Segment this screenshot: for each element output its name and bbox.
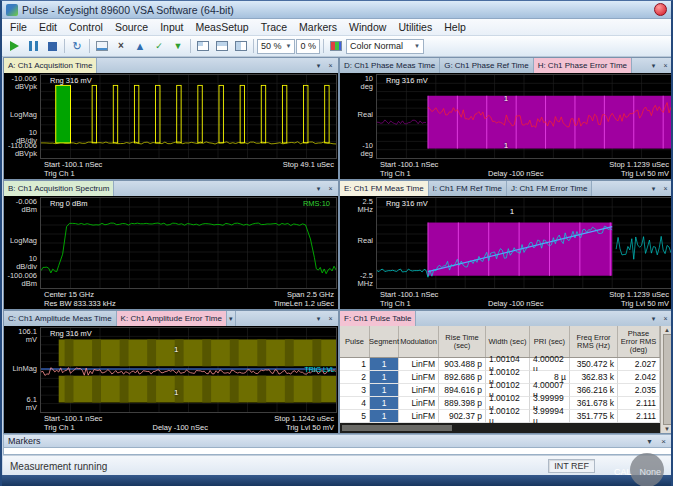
col-header-pulse: Pulse <box>340 326 370 357</box>
panel-menu-icon[interactable]: ▾ <box>648 60 659 71</box>
tab-e-fm-meas[interactable]: E: Ch1 FM Meas Time <box>340 181 429 196</box>
zoom-value: 50 % <box>261 41 282 51</box>
scroll-down-icon[interactable]: ▼ <box>664 426 670 432</box>
marker-1[interactable]: 1 <box>504 141 508 150</box>
graticule <box>376 74 672 159</box>
menu-control[interactable]: Control <box>63 20 109 34</box>
panel-menu-icon[interactable]: ▾ <box>313 183 324 194</box>
marker-1[interactable]: 1 <box>174 345 178 354</box>
marker-icon: ▲ <box>135 41 146 52</box>
menubar: File Edit Control Source Input MeasSetup… <box>2 19 671 36</box>
color-mode-value: Color Normal <box>350 41 403 51</box>
panel-menu-icon[interactable]: ▾ <box>313 313 324 324</box>
menu-file[interactable]: File <box>4 20 33 34</box>
window-frame-bottom <box>2 475 671 486</box>
trig-level-label: TRIG LVL <box>304 366 335 373</box>
display-area: A: Ch1 Acquisition Time ▾ × -10.006dBVpk… <box>3 57 673 434</box>
panel-pulse-table: F: Ch1 Pulse Table ▾ × Pulse Segment Mod… <box>339 310 673 434</box>
panel-close-icon[interactable]: × <box>325 183 336 194</box>
delete-trace-button[interactable]: × <box>112 38 130 55</box>
marker-tool-button[interactable]: ▲ <box>131 38 149 55</box>
toolbar-separator <box>323 39 324 53</box>
cal-status-value: None <box>639 467 661 477</box>
vertical-scrollbar[interactable]: ▲ ▼ <box>660 326 673 433</box>
layout-split-icon <box>235 41 247 51</box>
layout-stack-button[interactable] <box>213 38 231 55</box>
pause-button[interactable] <box>24 38 42 55</box>
tab-j-fm-error[interactable]: J: Ch1 FM Error Time <box>507 181 592 196</box>
panel-close-icon[interactable]: × <box>660 313 671 324</box>
col-header-rise-time: Rise Time (sec) <box>439 326 486 357</box>
tab-c-amplitude-meas[interactable]: C: Ch1 Amplitude Meas Time <box>4 311 117 326</box>
tab-d-phase-meas[interactable]: D: Ch1 Phase Meas Time <box>340 58 440 73</box>
tab-k-amplitude-error[interactable]: K: Ch1 Amplitude Error Time <box>117 311 227 326</box>
panel-phase-time: D: Ch1 Phase Meas Time G: Ch1 Phase Ref … <box>339 57 673 180</box>
layout-quad-button[interactable] <box>194 38 212 55</box>
tab-f-pulse-table[interactable]: F: Ch1 Pulse Table <box>340 311 416 326</box>
display-button[interactable] <box>93 38 111 55</box>
panel-menu-icon[interactable]: ▾ <box>313 60 324 71</box>
zoom-select[interactable]: 50 %▼ <box>257 39 295 54</box>
marker-1[interactable]: 1 <box>504 94 508 103</box>
tab-i-fm-ref[interactable]: I: Ch1 FM Ref Time <box>429 181 507 196</box>
menu-help[interactable]: Help <box>438 20 472 34</box>
overlap-input[interactable]: 0 % <box>296 39 320 54</box>
play-button[interactable] <box>5 38 23 55</box>
restart-button[interactable]: ↻ <box>68 38 86 55</box>
panel-menu-icon[interactable]: ▾ <box>648 183 659 194</box>
menu-window[interactable]: Window <box>343 20 392 34</box>
close-button[interactable] <box>654 3 667 16</box>
panel-close-icon[interactable]: × <box>660 183 671 194</box>
markers-pin-icon[interactable]: ▾ <box>644 437 655 446</box>
menu-edit[interactable]: Edit <box>33 20 63 34</box>
chevron-down-icon: ▼ <box>414 43 420 49</box>
tab-g-phase-ref[interactable]: G: Ch1 Phase Ref Time <box>440 58 533 73</box>
graticule <box>40 74 337 159</box>
panel-b-header: B: Ch1 Acquisition Spectrum ▾ × <box>4 181 338 196</box>
toolbar: ↻ × ▲ ✓ ▼ 50 %▼ 0 % Color Normal▼ <box>2 36 671 57</box>
panel-acquisition-time: A: Ch1 Acquisition Time ▾ × -10.006dBVpk… <box>3 57 339 180</box>
x-axis-labels: Start -100.1 nSecStop 49.1 uSec Trig Ch … <box>42 160 336 179</box>
tab-b-acquisition-spectrum[interactable]: B: Ch1 Acquisition Spectrum <box>4 181 114 196</box>
menu-input[interactable]: Input <box>154 20 189 34</box>
pulse-train-trace <box>41 75 336 158</box>
toolbar-separator <box>190 39 191 53</box>
markers-close-icon[interactable]: × <box>658 437 669 446</box>
tab-a-acquisition-time[interactable]: A: Ch1 Acquisition Time <box>4 58 97 73</box>
panel-close-icon[interactable]: × <box>325 313 336 324</box>
phase-error-trace <box>377 75 671 158</box>
layout-stack-icon <box>216 41 228 51</box>
range-label: Rng 316 mV <box>50 76 92 85</box>
menu-meassetup[interactable]: MeasSetup <box>190 20 255 34</box>
layout-quad-icon <box>197 41 209 51</box>
move-down-button[interactable]: ▼ <box>169 38 187 55</box>
toolbar-separator <box>89 39 90 53</box>
marker-1[interactable]: 1 <box>174 388 178 397</box>
menu-utilities[interactable]: Utilities <box>392 20 438 34</box>
table-row[interactable]: 51 LinFM902.37 p 1.00102 µ3.99994 µ 351.… <box>340 410 660 423</box>
titlebar: Pulse - Keysight 89600 VSA Software (64-… <box>2 1 671 19</box>
panel-close-icon[interactable]: × <box>325 60 336 71</box>
marker-1[interactable]: 1 <box>510 207 514 216</box>
color-mode-select[interactable]: Color Normal▼ <box>346 39 424 54</box>
range-label: Rng 0 dBm <box>50 199 88 208</box>
color-swatch-button[interactable] <box>327 38 345 55</box>
scroll-up-icon[interactable]: ▲ <box>664 327 670 333</box>
menu-trace[interactable]: Trace <box>255 20 293 34</box>
col-header-pri: PRI (sec) <box>530 326 570 357</box>
check-icon: ✓ <box>155 42 163 51</box>
reference-indicator: INT REF <box>548 459 595 473</box>
scrollbar-thumb[interactable] <box>342 425 452 431</box>
col-header-width: Width (sec) <box>486 326 530 357</box>
stop-button[interactable] <box>43 38 61 55</box>
apply-button[interactable]: ✓ <box>150 38 168 55</box>
menu-markers[interactable]: Markers <box>293 20 343 34</box>
horizontal-scrollbar[interactable] <box>340 423 660 433</box>
menu-source[interactable]: Source <box>109 20 154 34</box>
tab-h-phase-error[interactable]: H: Ch1 Phase Error Time <box>534 58 632 73</box>
panel-menu-icon[interactable]: ▾ <box>648 313 659 324</box>
panel-close-icon[interactable]: × <box>660 60 671 71</box>
scrollbar-thumb[interactable] <box>663 334 672 425</box>
layout-split-button[interactable] <box>232 38 250 55</box>
tab-overflow-chevron-icon[interactable]: ▾ <box>227 311 236 326</box>
